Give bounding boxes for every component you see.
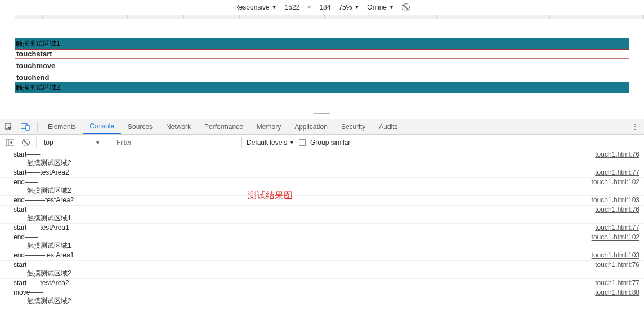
toggle-device-icon[interactable] [17,119,34,134]
log-message: move——触摸测试区域2 [14,288,595,306]
caret-down-icon: ▼ [272,5,277,10]
log-source-link[interactable]: touch1.html:76 [595,206,639,214]
devtools-resize-grip[interactable] [314,113,330,115]
log-source-link[interactable]: touch1.html:88 [595,288,639,296]
zoom-selector[interactable]: 75% ▼ [338,3,359,11]
console-log-row: start——触摸测试区域1touch1.html:76 [0,206,644,224]
log-source-link[interactable]: touch1.html:77 [595,279,639,287]
caret-down-icon: ▼ [354,5,359,10]
viewport-height[interactable]: 184 [319,3,330,11]
log-source-link[interactable]: touch1.html:102 [592,178,639,186]
console-log-row: end——触摸测试区域2touch1.html:102 [0,178,644,196]
devtools-tabs: ElementsConsoleSourcesNetworkPerformance… [0,119,644,135]
log-message: end——触摸测试区域2 [14,178,592,195]
console-toolbar: top ▼ Default levels ▼ Group similar [0,135,644,150]
touchmove-band: touchmove [15,61,629,70]
console-log-row: start——触摸测试区域2touch1.html:76 [0,261,644,279]
responsive-ruler [0,15,644,25]
dimension-separator: × [307,3,311,11]
tab-memory[interactable]: Memory [250,119,288,134]
context-value: top [44,139,53,146]
inspect-element-icon[interactable] [0,119,17,134]
log-message: start——触摸测试区域2 [14,150,595,168]
tab-performance[interactable]: Performance [198,119,250,134]
log-source-link[interactable]: touch1.html:102 [592,233,639,241]
device-mode-label: Responsive [234,3,270,11]
touchstart-band: touchstart [15,49,629,59]
device-mode-selector[interactable]: Responsive ▼ [234,3,277,11]
caret-down-icon: ▼ [95,140,100,145]
log-source-link[interactable]: touch1.html:76 [595,261,639,269]
console-log-row: move——触摸测试区域2touch1.html:88 [0,288,644,306]
tab-network[interactable]: Network [159,119,198,134]
console-filter-input[interactable] [113,137,242,148]
log-levels-label: Default levels [247,139,287,146]
console-log-row: start——testArea2touch1.html:77 [0,168,644,178]
tab-console[interactable]: Console [83,119,121,134]
tab-audits[interactable]: Audits [372,119,404,134]
console-log-row: start——触摸测试区域2touch1.html:76 [0,150,644,168]
tab-application[interactable]: Application [288,119,334,134]
log-source-link[interactable]: touch1.html:103 [592,251,639,259]
group-similar-label: Group similar [310,139,350,146]
console-log-row: start——testArea2touch1.html:77 [0,279,644,288]
touchend-band: touchend [15,73,629,82]
touch-area-2[interactable]: 触摸测试区域2 [15,82,629,93]
log-message: end——触摸测试区域1 [14,233,592,251]
page-viewport: 触摸测试区域1 touchstart touchmove touchend 触摸… [15,38,629,93]
log-source-link[interactable]: touch1.html:76 [595,150,639,158]
log-source-link[interactable]: touch1.html:77 [595,168,639,176]
log-message: start——testArea2 [14,168,595,176]
log-message: start——触摸测试区域2 [14,261,595,278]
throttle-selector[interactable]: Online ▼ [367,3,394,11]
touch-area-1[interactable]: 触摸测试区域1 [15,38,629,49]
throttle-value: Online [367,3,387,11]
clear-console-icon[interactable] [20,139,32,146]
rotate-icon[interactable] [402,3,410,11]
tab-security[interactable]: Security [334,119,372,134]
log-message: end———testArea2 [14,196,592,204]
viewport-width[interactable]: 1522 [285,3,300,11]
svg-rect-2 [26,125,29,130]
context-selector[interactable]: top ▼ [41,138,103,147]
console-sidebar-toggle-icon[interactable] [5,139,16,146]
console-log-row: end———testArea2touch1.html:103 [0,196,644,206]
console-log-row: start——testArea1touch1.html:77 [0,224,644,233]
caret-down-icon: ▼ [389,5,394,10]
tab-elements[interactable]: Elements [41,119,83,134]
log-message: end———testArea1 [14,251,592,259]
console-log-area: 测试结果图 start——触摸测试区域2touch1.html:76start—… [0,150,644,306]
console-log-row: end———testArea1touch1.html:103 [0,251,644,261]
log-source-link[interactable]: touch1.html:77 [595,224,639,232]
console-log-row: end——触摸测试区域1touch1.html:102 [0,233,644,251]
tab-sources[interactable]: Sources [121,119,159,134]
group-similar-checkbox[interactable] [299,139,306,146]
caret-down-icon: ▼ [289,140,294,145]
log-source-link[interactable]: touch1.html:103 [592,196,639,204]
device-mode-toolbar: Responsive ▼ 1522 × 184 75% ▼ Online ▼ [0,0,644,15]
log-message: start——testArea2 [14,279,595,287]
zoom-value: 75% [338,3,352,11]
devtools-more-icon[interactable]: ⋮ [626,123,644,131]
log-message: start——触摸测试区域1 [14,206,595,223]
log-levels-selector[interactable]: Default levels ▼ [247,139,294,146]
log-message: start——testArea1 [14,224,595,232]
